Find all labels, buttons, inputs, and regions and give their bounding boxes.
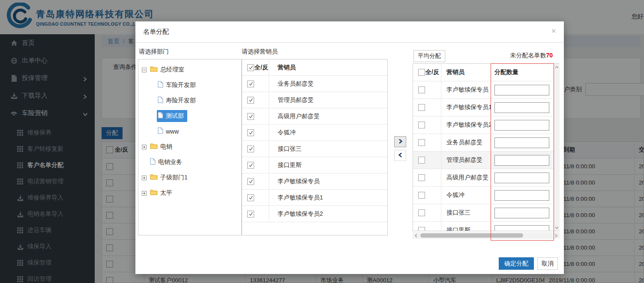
target-sales-header: 营销员 (441, 64, 491, 81)
tree-node-label: 总经理室 (160, 66, 184, 74)
allocation-qty-input[interactable] (494, 137, 549, 148)
target-row[interactable]: 管理员郝彦旻 (413, 152, 559, 169)
target-row-checkbox[interactable] (418, 157, 425, 164)
source-row[interactable]: 李卢敏续保专员1 (242, 190, 387, 206)
target-row[interactable]: 接口里斯 (413, 222, 559, 231)
scroll-left-icon[interactable] (413, 232, 419, 239)
target-row-checkbox[interactable] (418, 174, 425, 181)
source-select-all-checkbox[interactable] (247, 64, 254, 71)
target-row[interactable]: 李卢敏续保专员2 (413, 116, 559, 134)
salesperson-name: 接口里斯 (441, 222, 491, 231)
move-right-button[interactable] (394, 136, 406, 147)
target-row-checkbox[interactable] (418, 209, 425, 216)
confirm-allocate-button[interactable]: 确定分配 (499, 257, 534, 270)
tree-node-label: 电销 (160, 143, 172, 151)
tree-expander-plus-icon[interactable] (142, 176, 147, 180)
department-tree: 总经理室车险开发部寿险开发部测试部www电销电销业务子级部门1太平 (138, 59, 242, 235)
salesperson-name: 业务员郝彦旻 (441, 134, 491, 151)
source-row-checkbox[interactable] (247, 113, 254, 120)
source-row-checkbox[interactable] (247, 97, 254, 104)
tree-node-body[interactable]: 寿险开发部 (157, 95, 199, 107)
salesperson-name: 高级用户郝彦旻 (269, 113, 387, 120)
tree-node-body[interactable]: 总经理室 (149, 64, 188, 75)
salesperson-name: 令狐冲 (441, 187, 491, 204)
tree-node-body[interactable]: 车险开发部 (157, 79, 199, 91)
allocation-qty-input[interactable] (494, 173, 549, 183)
target-row[interactable]: 高级用户郝彦旻 (413, 169, 559, 187)
file-icon (158, 96, 163, 105)
target-row-checkbox[interactable] (418, 86, 425, 93)
target-row-checkbox[interactable] (418, 227, 425, 231)
target-row-checkbox[interactable] (418, 104, 425, 111)
allocation-qty-input[interactable] (494, 120, 549, 131)
folder-icon (150, 174, 158, 182)
average-allocate-button[interactable]: 平均分配 (413, 50, 445, 62)
source-row[interactable]: 管理员郝彦旻 (242, 92, 387, 108)
tree-node-body[interactable]: 电销 (149, 141, 176, 152)
tree-expander-plus-icon[interactable] (142, 191, 147, 196)
allocation-qty-input[interactable] (494, 155, 549, 166)
tree-node[interactable]: 车险开发部 (138, 77, 241, 93)
tree-node-body[interactable]: 太平 (149, 188, 176, 199)
tree-node-body[interactable]: 子级部门1 (149, 172, 191, 183)
allocation-qty-input[interactable] (494, 102, 549, 113)
tree-node-body[interactable]: 电销业务 (149, 156, 186, 168)
source-row[interactable]: 高级用户郝彦旻 (242, 108, 387, 125)
salesperson-name: 李卢敏续保专员 (441, 81, 491, 98)
vertical-scrollbar[interactable] (554, 64, 560, 231)
tree-node-label: 车险开发部 (166, 81, 196, 89)
source-row-checkbox[interactable] (247, 178, 254, 185)
source-row-checkbox[interactable] (247, 162, 254, 169)
allocation-qty-input[interactable] (494, 208, 549, 218)
source-row-checkbox[interactable] (247, 80, 254, 87)
tree-node[interactable]: 太平 (138, 185, 241, 201)
qty-header: 分配数量 (491, 64, 554, 81)
move-left-button[interactable] (394, 150, 406, 161)
tree-node[interactable]: 总经理室 (138, 62, 241, 77)
source-row[interactable]: 接口里斯 (242, 157, 387, 173)
allocation-qty-input[interactable] (494, 190, 549, 201)
tree-expander-minus-icon[interactable] (142, 68, 147, 72)
target-row[interactable]: 业务员郝彦旻 (413, 134, 559, 152)
source-row-checkbox[interactable] (247, 146, 254, 152)
folder-icon (150, 189, 158, 197)
tree-node[interactable]: 测试部 (138, 108, 241, 124)
tree-node-body[interactable]: www (157, 125, 182, 137)
close-icon[interactable]: × (551, 27, 556, 35)
target-select-all-checkbox[interactable] (418, 69, 425, 76)
target-row[interactable]: 令狐冲 (413, 187, 559, 204)
salesperson-name: 业务员郝彦旻 (269, 80, 387, 88)
source-row-checkbox[interactable] (247, 194, 254, 201)
tree-node[interactable]: 寿险开发部 (138, 93, 241, 108)
scroll-right-icon[interactable] (553, 232, 560, 239)
tree-node[interactable]: www (138, 124, 241, 139)
scroll-down-icon[interactable] (554, 224, 560, 231)
chevron-right-icon (398, 138, 403, 146)
source-row-checkbox[interactable] (247, 211, 254, 217)
scroll-up-icon[interactable] (554, 64, 560, 70)
tree-node[interactable]: 电销业务 (138, 155, 241, 170)
source-row[interactable]: 李卢敏续保专员2 (242, 206, 387, 222)
tree-node-body[interactable]: 测试部 (157, 110, 187, 122)
salesperson-name: 李卢敏续保专员2 (269, 210, 387, 218)
dept-panel-label: 请选择部门 (139, 48, 169, 56)
tree-node[interactable]: 子级部门1 (138, 170, 241, 185)
allocation-qty-input[interactable] (494, 225, 549, 232)
target-row-checkbox[interactable] (418, 192, 425, 199)
target-row-checkbox[interactable] (418, 139, 425, 146)
horizontal-scrollbar[interactable] (413, 232, 560, 239)
source-row[interactable]: 李卢敏续保专员 (242, 173, 387, 190)
source-row[interactable]: 令狐冲 (242, 125, 387, 141)
target-row-checkbox[interactable] (418, 122, 425, 128)
source-row[interactable]: 接口张三 (242, 141, 387, 157)
source-row-checkbox[interactable] (247, 129, 254, 136)
target-row[interactable]: 接口张三 (413, 204, 559, 222)
target-row[interactable]: 李卢敏续保专员 (413, 81, 559, 99)
tree-node[interactable]: 电销 (138, 139, 241, 155)
allocation-qty-input[interactable] (494, 85, 549, 95)
source-row[interactable]: 业务员郝彦旻 (242, 76, 387, 92)
scrollbar-thumb[interactable] (420, 233, 523, 238)
cancel-button[interactable]: 取消 (537, 257, 558, 270)
target-row[interactable]: 李卢敏续保专员1 (413, 99, 559, 116)
tree-expander-plus-icon[interactable] (142, 145, 147, 149)
